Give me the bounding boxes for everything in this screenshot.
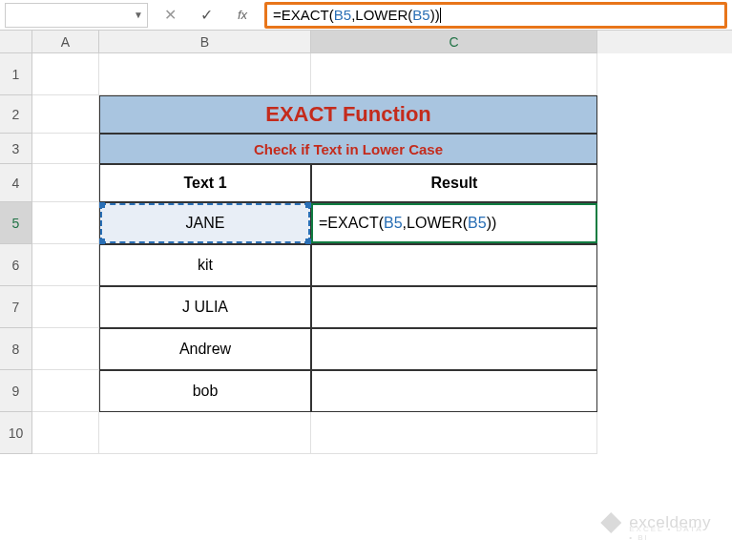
row-header-4[interactable]: 4 bbox=[0, 164, 32, 202]
row-header-3[interactable]: 3 bbox=[0, 134, 32, 164]
cell-C8[interactable] bbox=[311, 328, 597, 370]
cell-B1[interactable] bbox=[99, 53, 311, 95]
col-header-result[interactable]: Result bbox=[311, 164, 597, 202]
cell-B6[interactable]: kit bbox=[99, 244, 311, 286]
row-header-9[interactable]: 9 bbox=[0, 370, 32, 412]
formula-input[interactable]: =EXACT(B5,LOWER(B5)) bbox=[264, 2, 727, 29]
logo-icon bbox=[600, 512, 621, 533]
cell-A7[interactable] bbox=[32, 286, 99, 328]
table-subtitle[interactable]: Check if Text in Lower Case bbox=[99, 134, 597, 164]
formula-bar: ▼ ✕ ✓ fx =EXACT(B5,LOWER(B5)) bbox=[0, 0, 732, 31]
cell-A2[interactable] bbox=[32, 95, 99, 134]
row-header-1[interactable]: 1 bbox=[0, 53, 32, 95]
cell-A1[interactable] bbox=[32, 53, 99, 95]
cell-C5[interactable] bbox=[311, 202, 597, 244]
name-box[interactable]: ▼ bbox=[5, 3, 148, 28]
cell-C9[interactable] bbox=[311, 370, 597, 412]
cell-A3[interactable] bbox=[32, 134, 99, 164]
cancel-formula-button[interactable]: ✕ bbox=[156, 3, 184, 28]
row-header-5[interactable]: 5 bbox=[0, 202, 32, 244]
cell-C1[interactable] bbox=[311, 53, 597, 95]
cell-A5[interactable] bbox=[32, 202, 99, 244]
row-header-8[interactable]: 8 bbox=[0, 328, 32, 370]
watermark-tagline: EXCEL • DATA • BI bbox=[629, 525, 711, 542]
cell-A4[interactable] bbox=[32, 164, 99, 202]
row-header-2[interactable]: 2 bbox=[0, 95, 32, 134]
cell-A9[interactable] bbox=[32, 370, 99, 412]
cell-A8[interactable] bbox=[32, 328, 99, 370]
col-header-B[interactable]: B bbox=[99, 31, 311, 53]
cell-B8[interactable]: Andrew bbox=[99, 328, 311, 370]
row-header-7[interactable]: 7 bbox=[0, 286, 32, 328]
row-header-6[interactable]: 6 bbox=[0, 244, 32, 286]
rows: 1 2 EXACT Function 3 Check if Text in Lo… bbox=[0, 53, 732, 454]
cell-C10[interactable] bbox=[311, 412, 597, 454]
spreadsheet-grid: A B C 1 2 EXACT Function 3 Check if Text… bbox=[0, 31, 732, 454]
cell-A6[interactable] bbox=[32, 244, 99, 286]
cell-C6[interactable] bbox=[311, 244, 597, 286]
col-header-text1[interactable]: Text 1 bbox=[99, 164, 311, 202]
col-header-C[interactable]: C bbox=[311, 31, 597, 53]
cell-C7[interactable] bbox=[311, 286, 597, 328]
cell-A10[interactable] bbox=[32, 412, 99, 454]
fx-icon[interactable]: fx bbox=[228, 3, 257, 28]
cell-B7[interactable]: J ULIA bbox=[99, 286, 311, 328]
select-all-corner[interactable] bbox=[0, 31, 32, 53]
column-headers: A B C bbox=[0, 31, 732, 53]
cell-B10[interactable] bbox=[99, 412, 311, 454]
cell-B9[interactable]: bob bbox=[99, 370, 311, 412]
row-header-10[interactable]: 10 bbox=[0, 412, 32, 454]
chevron-down-icon[interactable]: ▼ bbox=[134, 10, 143, 20]
col-header-A[interactable]: A bbox=[32, 31, 99, 53]
accept-formula-button[interactable]: ✓ bbox=[192, 3, 220, 28]
watermark: exceldemy EXCEL • DATA • BI bbox=[600, 512, 711, 533]
table-title[interactable]: EXACT Function bbox=[99, 95, 597, 134]
text-cursor bbox=[440, 8, 441, 23]
cell-B5[interactable]: JANE bbox=[99, 202, 311, 244]
